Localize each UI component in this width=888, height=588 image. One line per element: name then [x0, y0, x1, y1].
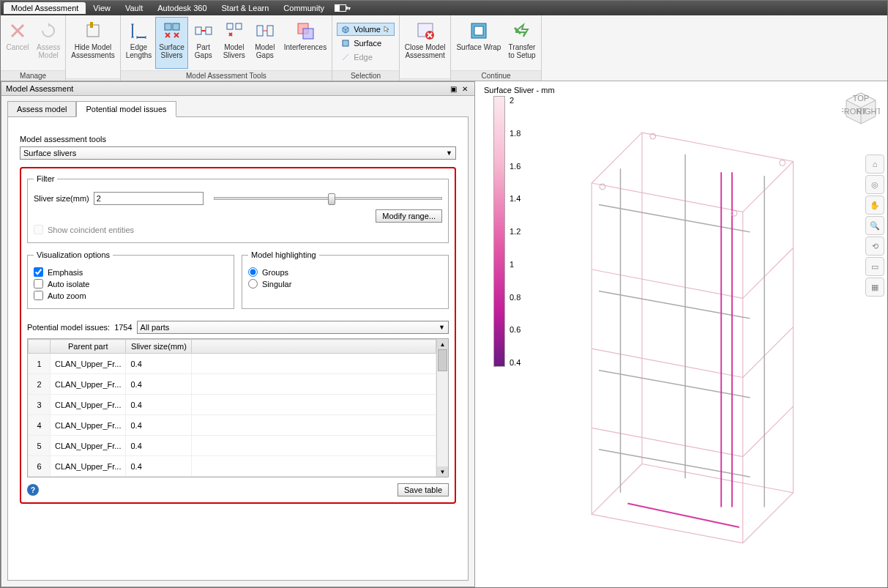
table-row[interactable]: 1CLAN_Upper_Fr...0.4	[29, 354, 436, 374]
svg-rect-15	[227, 23, 233, 29]
singular-radio[interactable]	[248, 279, 258, 289]
table-scrollbar[interactable]: ▲ ▼	[436, 339, 448, 477]
scroll-up-icon[interactable]: ▲	[437, 339, 448, 349]
svg-rect-13	[206, 27, 212, 34]
svg-line-23	[343, 54, 348, 60]
model-canvas[interactable]	[556, 81, 858, 587]
home-view-button[interactable]: ⌂	[865, 155, 884, 174]
issues-scope-dropdown[interactable]: All parts ▼	[137, 321, 449, 334]
dropdown-arrow-icon: ▼	[446, 149, 452, 157]
svg-rect-16	[236, 23, 242, 29]
coincident-checkbox	[34, 225, 43, 234]
cursor-icon	[384, 26, 391, 33]
filter-highlight-box: Filter Sliver size(mm) Modify range... S…	[20, 167, 456, 504]
scroll-down-icon[interactable]: ▼	[437, 466, 448, 477]
svg-rect-11	[173, 23, 179, 30]
selection-edge: Edge	[337, 51, 395, 64]
interferences-button[interactable]: Interferences	[280, 17, 330, 69]
save-table-button[interactable]: Save table	[398, 483, 449, 496]
zoom-button[interactable]: 🔍	[865, 216, 884, 235]
battery-dropdown-icon[interactable]: ▾	[348, 5, 351, 12]
menu-start-learn[interactable]: Start & Learn	[214, 2, 277, 14]
svg-point-53	[780, 160, 786, 166]
edge-lengths-icon	[127, 19, 151, 42]
svg-line-39	[743, 327, 794, 378]
modify-range-button[interactable]: Modify range...	[376, 209, 442, 223]
menu-model-assessment[interactable]: Model Assessment	[4, 2, 86, 14]
colorbar: 21.81.61.41.210.80.60.4	[493, 96, 521, 367]
menu-community[interactable]: Community	[276, 2, 332, 14]
interferences-icon	[294, 19, 317, 42]
close-assessment-icon	[414, 19, 437, 42]
svg-rect-21	[303, 29, 313, 39]
menu-view[interactable]: View	[86, 2, 118, 14]
target-view-button[interactable]: ◎	[865, 175, 884, 194]
surface-slivers-icon	[160, 19, 184, 42]
orbit-button[interactable]: ⟲	[865, 237, 884, 256]
colorbar-tick: 2	[510, 96, 521, 105]
view-tools: ⌂ ◎ ✋ 🔍 ⟲ ▭ ▦	[865, 155, 884, 297]
tab-potential-issues[interactable]: Potential model issues	[76, 101, 176, 117]
table-row[interactable]: 4CLAN_Upper_Fr...0.4	[29, 415, 436, 436]
emphasis-checkbox[interactable]	[34, 267, 43, 277]
selection-volume[interactable]: Volume	[337, 23, 395, 36]
surface-slivers-button[interactable]: Surface Slivers	[155, 17, 187, 69]
colorbar-tick: 1.4	[510, 194, 521, 203]
colorbar-tick: 1.6	[510, 162, 521, 171]
sliver-size-label: Sliver size(mm)	[34, 194, 89, 203]
svg-rect-18	[267, 26, 273, 36]
svg-rect-22	[343, 40, 348, 46]
viewport-3d[interactable]: Surface Sliver - mm 21.81.61.41.210.80.6…	[475, 81, 887, 587]
colorbar-tick: 1.8	[510, 129, 521, 138]
model-gaps-button[interactable]: Model Gaps	[250, 17, 280, 69]
svg-rect-10	[165, 23, 171, 30]
auto-isolate-checkbox[interactable]	[34, 279, 43, 289]
display-mode-button[interactable]: ▦	[865, 278, 884, 297]
colorbar-tick: 0.8	[510, 293, 521, 302]
table-row[interactable]: 5CLAN_Upper_Fr...0.4	[29, 436, 436, 456]
hide-model-assessments-button[interactable]: Hide Model Assessments	[67, 17, 118, 77]
refresh-icon	[37, 19, 60, 42]
selection-surface[interactable]: Surface	[337, 37, 395, 50]
tab-assess-model[interactable]: Assess model	[7, 101, 76, 117]
tools-dropdown[interactable]: Surface slivers ▼	[20, 146, 456, 160]
groups-radio[interactable]	[248, 267, 258, 277]
menu-autodesk360[interactable]: Autodesk 360	[150, 2, 214, 14]
col-parent-part[interactable]: Parent part	[51, 340, 126, 354]
svg-line-41	[743, 406, 794, 457]
colorbar-tick: 0.6	[510, 325, 521, 334]
svg-rect-17	[257, 26, 263, 36]
transfer-to-setup-button[interactable]: Transfer to Setup	[504, 17, 539, 69]
scroll-thumb[interactable]	[438, 349, 447, 371]
model-slivers-button[interactable]: Model Slivers	[219, 17, 250, 69]
model-slivers-icon	[223, 19, 246, 42]
sliver-size-slider[interactable]	[214, 197, 442, 200]
colorbar-title: Surface Sliver - mm	[484, 86, 555, 94]
issues-count: 1754	[114, 323, 132, 332]
panel-title: Model Assessment	[6, 84, 73, 93]
auto-zoom-checkbox[interactable]	[34, 291, 43, 300]
table-row[interactable]: 2CLAN_Upper_Fr...0.4	[29, 374, 436, 395]
highlight-fieldset: Model highlighting Groups Singular	[242, 250, 449, 309]
panel-pin-icon[interactable]: ▣	[448, 83, 458, 94]
menu-vault[interactable]: Vault	[118, 2, 150, 14]
edge-select-icon	[340, 52, 351, 62]
edge-lengths-button[interactable]: Edge Lengths	[122, 17, 156, 69]
colorbar-tick: 1	[510, 260, 521, 269]
col-sliver-size[interactable]: Sliver size(mm)	[126, 340, 192, 354]
close-model-assessment-button[interactable]: Close Model Assessment	[401, 17, 449, 77]
part-gaps-button[interactable]: Part Gaps	[188, 17, 219, 69]
model-gaps-icon	[253, 19, 277, 42]
look-at-button[interactable]: ▭	[865, 257, 884, 276]
table-row[interactable]: 6CLAN_Upper_Fr...0.4	[29, 456, 436, 477]
svg-point-52	[650, 133, 656, 139]
volume-icon	[340, 24, 351, 34]
sliver-size-input[interactable]	[94, 192, 204, 205]
surface-wrap-icon	[467, 19, 490, 42]
help-icon[interactable]: ?	[27, 484, 39, 496]
pan-button[interactable]: ✋	[865, 196, 884, 215]
table-row[interactable]: 3CLAN_Upper_Fr...0.4	[29, 395, 436, 415]
surface-wrap-button[interactable]: Surface Wrap	[452, 17, 504, 69]
hide-icon	[81, 19, 105, 42]
panel-close-icon[interactable]: ✕	[460, 83, 470, 94]
